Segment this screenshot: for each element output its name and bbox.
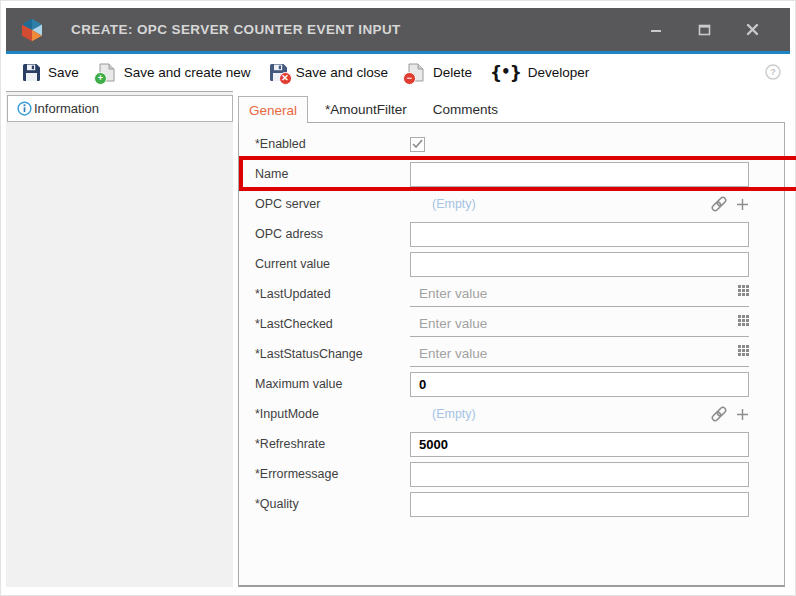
form-row-quality: *Quality [255,489,784,519]
form-row-opc-server: OPC server(Empty) [255,189,784,219]
save-icon [21,63,41,83]
sidebar-item-label: Information [34,101,99,116]
form-row-inputmode: *InputMode(Empty) [255,399,784,429]
minimize-button[interactable] [632,13,680,47]
field-label-lastupdated: *LastUpdated [255,287,410,301]
field-label-laststatuschange: *LastStatusChange [255,347,410,361]
enabled-checkbox[interactable] [410,137,425,152]
field-label-quality: *Quality [255,497,410,511]
form-row-laststatuschange: *LastStatusChange [255,339,784,369]
field-label-maximum-value: Maximum value [255,377,410,391]
field-control-opc-server: (Empty) [410,197,749,211]
current-value-input[interactable] [410,252,749,277]
save-and-create-new-button[interactable]: + Save and create new [88,59,260,87]
field-control-maximum-value [410,372,749,397]
save-close-icon: ✕ [269,63,289,83]
form-row-maximum-value: Maximum value [255,369,784,399]
field-control-laststatuschange [410,341,749,367]
close-button[interactable] [728,13,776,47]
form-row-lastchecked: *LastChecked [255,309,784,339]
field-label-inputmode: *InputMode [255,407,410,421]
svg-text:?: ? [770,67,776,77]
form-row-refreshrate: *Refreshrate [255,429,784,459]
add-icon[interactable] [736,198,749,211]
tab-general[interactable]: General [238,96,308,123]
field-label-name: Name [255,167,410,181]
titlebar: CREATE: OPC SERVER COUNTER EVENT INPUT [6,8,790,51]
field-control-enabled [410,137,749,152]
lastchecked-field [410,311,749,337]
app-logo-icon [15,13,49,47]
tab-strip: General *AmountFilter Comments [238,96,511,123]
field-control-quality [410,492,749,517]
window-title: CREATE: OPC SERVER COUNTER EVENT INPUT [71,22,401,37]
field-label-opc-adress: OPC adress [255,227,410,241]
sidebar-item-information[interactable]: Information [7,95,233,122]
lastupdated-field [410,281,749,307]
field-control-name [410,162,749,187]
form-rows: *EnabledNameOPC server(Empty)OPC adressC… [255,129,784,519]
form-row-enabled: *Enabled [255,129,784,159]
save-create-new-icon: + [97,63,117,83]
field-control-errormessage [410,462,749,487]
delete-icon: − [406,63,426,83]
minus-badge-icon: − [403,72,416,85]
add-icon[interactable] [736,408,749,421]
info-icon [17,101,32,116]
form-row-errormessage: *Errormessage [255,459,784,489]
tab-comments[interactable]: Comments [420,96,511,123]
errormessage-input[interactable] [410,462,749,487]
field-label-refreshrate: *Refreshrate [255,437,410,451]
field-control-opc-adress [410,222,749,247]
grid-picker-icon[interactable] [738,345,749,356]
opc-server-value[interactable]: (Empty) [432,197,476,211]
sidebar: Information [6,91,233,587]
maximize-button[interactable] [680,13,728,47]
opc-adress-input[interactable] [410,222,749,247]
name-input[interactable] [410,162,749,187]
field-control-current-value [410,252,749,277]
inputmode-value[interactable]: (Empty) [432,407,476,421]
field-control-refreshrate [410,432,749,457]
field-label-opc-server: OPC server [255,197,410,211]
maximum-value-input[interactable] [410,372,749,397]
dialog-window: CREATE: OPC SERVER COUNTER EVENT INPUT [0,0,796,596]
plus-badge-icon: + [94,72,107,85]
grid-picker-icon[interactable] [738,285,749,296]
save-button[interactable]: Save [12,59,88,87]
field-control-lastupdated [410,281,749,307]
detail-panel: General *AmountFilter Comments *EnabledN… [238,96,785,587]
developer-icon: {•} [490,64,521,82]
field-label-errormessage: *Errormessage [255,467,410,481]
form-row-current-value: Current value [255,249,784,279]
refreshrate-input[interactable] [410,432,749,457]
lastchecked-input[interactable] [410,316,749,331]
tab-amountfilter[interactable]: *AmountFilter [312,96,420,123]
toolbar: Save + Save and create new ✕ [6,54,790,91]
form-panel: *EnabledNameOPC server(Empty)OPC adressC… [238,122,785,587]
close-badge-icon: ✕ [279,72,292,85]
developer-label: Developer [528,65,590,80]
grid-picker-icon[interactable] [738,315,749,326]
window-controls [632,13,776,47]
delete-button[interactable]: − Delete [397,59,481,87]
field-label-enabled: *Enabled [255,137,410,151]
lastupdated-input[interactable] [410,286,749,301]
form-row-lastupdated: *LastUpdated [255,279,784,309]
quality-input[interactable] [410,492,749,517]
help-icon[interactable]: ? [765,64,781,80]
delete-label: Delete [433,65,472,80]
developer-button[interactable]: {•} Developer [481,60,598,86]
field-control-lastchecked [410,311,749,337]
save-and-close-label: Save and close [296,65,388,80]
laststatuschange-field [410,341,749,367]
field-control-inputmode: (Empty) [410,407,749,421]
save-and-close-button[interactable]: ✕ Save and close [260,59,397,87]
save-label: Save [48,65,79,80]
laststatuschange-input[interactable] [410,346,749,361]
form-row-name: Name [255,159,784,189]
link-icon[interactable] [710,406,728,422]
save-and-create-new-label: Save and create new [124,65,251,80]
link-icon[interactable] [710,196,728,212]
form-row-opc-adress: OPC adress [255,219,784,249]
